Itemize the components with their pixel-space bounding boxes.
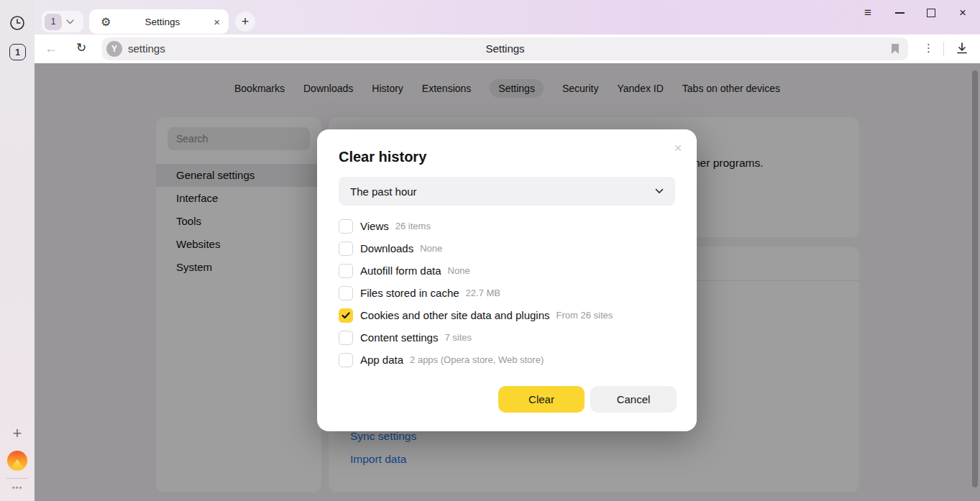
clear-item-app-data[interactable]: App data 2 apps (Opera store, Web store) (339, 349, 613, 371)
maximize-icon (927, 9, 935, 17)
checkbox[interactable] (339, 286, 353, 300)
item-value: 26 items (395, 221, 431, 231)
item-label: Files stored in cache (360, 287, 459, 299)
left-rail: 1 + ••• (0, 0, 35, 501)
checkbox[interactable] (339, 219, 353, 234)
chevron-down-icon (655, 188, 664, 194)
minimize-icon (895, 12, 905, 14)
clear-item-cookies[interactable]: Cookies and other site data and plugins … (339, 304, 613, 326)
new-tab-button[interactable]: + (235, 12, 255, 32)
dialog-close-icon[interactable]: × (669, 139, 687, 157)
time-range-select[interactable]: The past hour (339, 177, 675, 206)
browser-window: 1 + ••• 1 ⚙ Settings × + ≡ × ← ↻ Y (0, 0, 980, 501)
checkbox[interactable] (339, 242, 353, 256)
downloads-icon[interactable] (956, 42, 968, 55)
item-value: None (420, 243, 442, 254)
toolbar-separator (943, 42, 944, 56)
checkbox[interactable] (339, 353, 353, 367)
tab-group-count-badge: 1 (45, 14, 62, 30)
checkbox[interactable] (339, 331, 353, 345)
extensions-kebab-icon[interactable]: ⋮ (923, 42, 934, 55)
rail-tab-count-badge[interactable]: 1 (9, 44, 26, 60)
window-close-button[interactable]: × (953, 4, 973, 22)
reload-icon[interactable]: ↻ (76, 40, 86, 55)
yandex-mail-icon[interactable] (7, 451, 27, 471)
time-range-value: The past hour (350, 185, 417, 198)
clear-item-cache[interactable]: Files stored in cache 22.7 MB (339, 282, 613, 304)
window-controls: ≡ × (846, 4, 973, 22)
address-page-title: Settings (102, 37, 908, 60)
item-label: Content settings (360, 331, 438, 344)
checkbox-checked[interactable] (339, 308, 353, 323)
tab-close-icon[interactable]: × (214, 16, 220, 28)
clear-items-list: Views 26 items Downloads None Autofill f… (339, 215, 613, 371)
rail-more-icon[interactable]: ••• (0, 483, 35, 492)
item-label: App data (360, 354, 403, 366)
tab-strip: 1 ⚙ Settings × + ≡ × (35, 0, 980, 35)
dialog-actions: Clear Cancel (498, 386, 677, 413)
tab-group-pill[interactable]: 1 (42, 11, 83, 32)
item-label: Downloads (360, 242, 413, 254)
checkbox[interactable] (339, 264, 353, 278)
gear-icon: ⚙ (101, 15, 111, 29)
item-value: None (448, 265, 470, 276)
back-icon[interactable]: ← (45, 41, 58, 56)
window-minimize-button[interactable] (889, 4, 910, 22)
item-value: From 26 sites (557, 310, 613, 321)
item-label: Cookies and other site data and plugins (360, 309, 550, 321)
clear-item-views[interactable]: Views 26 items (339, 215, 613, 237)
item-label: Autofill form data (360, 265, 441, 277)
browser-menu-icon[interactable]: ≡ (858, 4, 878, 22)
clear-button[interactable]: Clear (498, 386, 585, 413)
item-label: Views (360, 220, 389, 232)
window-maximize-button[interactable] (921, 4, 941, 22)
toolbar: ← ↻ Y settings Settings ⋮ (35, 35, 980, 63)
chevron-down-icon (66, 19, 74, 24)
rail-divider (6, 478, 28, 479)
tab-settings[interactable]: ⚙ Settings × (89, 9, 229, 34)
address-bar[interactable]: Y settings Settings (102, 37, 908, 60)
clear-item-content-settings[interactable]: Content settings 7 sites (339, 326, 613, 349)
clear-item-downloads[interactable]: Downloads None (339, 237, 613, 259)
item-value: 7 sites (444, 332, 472, 343)
clear-history-dialog: Clear history × The past hour Views 26 i… (317, 129, 697, 431)
cancel-button[interactable]: Cancel (590, 386, 677, 413)
rail-add-icon[interactable]: + (9, 425, 26, 442)
tab-title: Settings (111, 17, 214, 27)
item-value: 2 apps (Opera store, Web store) (410, 354, 544, 365)
item-value: 22.7 MB (466, 288, 500, 298)
dialog-title: Clear history (339, 149, 426, 165)
history-clock-icon[interactable] (9, 15, 25, 31)
clear-item-autofill[interactable]: Autofill form data None (339, 259, 613, 282)
bookmark-icon[interactable] (891, 43, 899, 55)
